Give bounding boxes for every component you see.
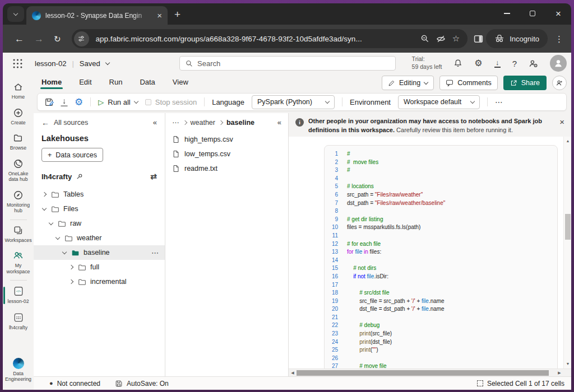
forward-button[interactable]: → — [34, 34, 44, 44]
code-text[interactable] — [347, 232, 349, 240]
code-text[interactable]: print(src_file) — [347, 330, 392, 338]
save-state-label[interactable]: Saved — [80, 59, 100, 68]
run-all-button[interactable]: ▷ Run all — [98, 98, 137, 106]
file-item-low-temps[interactable]: low_temps.csv — [165, 147, 288, 161]
tab-edit[interactable]: Edit — [78, 76, 92, 91]
rail-item-browse[interactable]: Browse — [3, 129, 34, 155]
global-search-input[interactable]: Search — [179, 56, 396, 71]
code-line[interactable]: 7dst_path = "Files/raw/weather/baseline" — [325, 199, 557, 208]
back-icon[interactable]: ← — [41, 119, 49, 127]
breadcrumb-ellipsis[interactable]: ⋯ — [172, 118, 179, 127]
code-text[interactable]: # src/dst file — [347, 289, 390, 297]
reload-button[interactable]: ↻ — [54, 35, 61, 43]
tab-close-icon[interactable]: × — [157, 11, 162, 20]
code-text[interactable]: # get dir listing — [347, 216, 383, 224]
tree-item-files[interactable]: Files — [34, 202, 165, 216]
code-line[interactable]: 22 # debug — [325, 321, 557, 330]
file-item-readme[interactable]: readme.txt — [165, 161, 288, 176]
code-line[interactable]: 8 — [325, 207, 557, 216]
code-line[interactable]: 15 # not dirs — [325, 264, 557, 273]
address-bar[interactable]: app.fabric.microsoft.com/groups/a668a328… — [72, 29, 468, 48]
code-line[interactable]: 20 dst_file = dst_path + '/' + file.name — [325, 305, 557, 314]
code-line[interactable]: 3# — [325, 166, 557, 175]
horizontal-scroll-thumb[interactable] — [297, 370, 549, 376]
chevron-down-icon[interactable] — [105, 60, 109, 64]
code-line[interactable]: 1# — [325, 150, 557, 158]
code-line[interactable]: 2# move files — [325, 158, 557, 167]
rail-item-home[interactable]: Home — [3, 78, 34, 104]
horizontal-scrollbar[interactable]: ◀ ▶ — [289, 368, 571, 376]
incognito-badge[interactable]: Incognito — [486, 29, 548, 48]
export-icon[interactable]: ↓ — [61, 97, 67, 107]
tree-item-full[interactable]: full — [34, 260, 165, 274]
code-line[interactable]: 5# locations — [325, 183, 557, 191]
zoom-button[interactable] — [420, 34, 429, 43]
account-avatar[interactable] — [550, 55, 567, 72]
code-text[interactable]: # locations — [347, 183, 374, 191]
document-title[interactable]: lesson-02 — [35, 59, 66, 68]
code-line[interactable]: 12# for each file — [325, 240, 557, 249]
code-text[interactable]: for file in files: — [347, 248, 381, 256]
breadcrumb-weather[interactable]: weather — [191, 119, 215, 127]
rail-item-create[interactable]: Create — [3, 104, 34, 130]
code-text[interactable]: # for each file — [347, 240, 381, 249]
browser-menu-button[interactable]: ⋮ — [555, 35, 563, 43]
code-line[interactable]: 6src_path = "Files/raw/weather" — [325, 191, 557, 199]
rail-item-data-engineering[interactable]: Data Engineering — [3, 354, 34, 386]
code-text[interactable]: # not dirs — [347, 264, 376, 273]
vertical-scroll-thumb[interactable] — [565, 214, 571, 240]
session-settings-icon[interactable]: ⚙ — [75, 97, 83, 107]
code-line[interactable]: 14 — [325, 256, 557, 265]
stop-session-button[interactable]: Stop session — [145, 98, 197, 106]
tab-search-button[interactable] — [7, 6, 24, 22]
code-line[interactable]: 27 # move file — [325, 362, 557, 368]
tab-home[interactable]: Home — [40, 76, 63, 91]
code-line[interactable]: 25 print("") — [325, 346, 557, 354]
back-button[interactable]: ← — [15, 34, 24, 44]
code-cell[interactable]: 1#2# move files3#4 5# locations6src_path… — [324, 145, 558, 368]
minimize-button[interactable] — [494, 3, 520, 24]
feedback-button[interactable] — [529, 59, 538, 68]
language-dropdown[interactable]: PySpark (Python) — [252, 95, 335, 109]
environment-dropdown[interactable]: Workspace default — [398, 95, 480, 109]
close-button[interactable]: × — [545, 3, 571, 24]
settings-button[interactable]: ⚙ — [474, 59, 482, 68]
code-line[interactable]: 17 — [325, 281, 557, 290]
trial-status[interactable]: Trial: 59 days left — [412, 55, 442, 71]
comments-button[interactable]: Comments — [439, 76, 497, 90]
all-sources-link[interactable]: All sources — [54, 119, 88, 127]
code-text[interactable]: # move file — [347, 362, 387, 368]
split-screen-button[interactable] — [473, 34, 484, 44]
rail-item-lh4crafty[interactable]: lh4crafty — [3, 309, 34, 335]
tree-item-weather[interactable]: weather — [34, 231, 165, 245]
code-text[interactable]: print("") — [347, 346, 378, 354]
save-icon[interactable] — [44, 97, 54, 107]
rail-item-workspaces[interactable]: Workspaces — [3, 222, 34, 248]
url-text[interactable]: app.fabric.microsoft.com/groups/a668a328… — [96, 35, 414, 43]
share-button[interactable]: Share — [503, 76, 547, 90]
code-text[interactable]: # move files — [347, 158, 378, 167]
pin-icon[interactable] — [76, 173, 83, 180]
code-line[interactable]: 11 — [325, 232, 557, 240]
code-text[interactable]: if not file.isDir: — [347, 273, 388, 281]
code-text[interactable] — [347, 256, 349, 265]
rail-item-onelake[interactable]: OneLake data hub — [3, 155, 34, 186]
scroll-left-icon[interactable]: ◀ — [289, 369, 297, 376]
code-text[interactable]: # — [347, 150, 350, 158]
code-line[interactable]: 26 — [325, 354, 557, 363]
switch-lakehouse-icon[interactable]: ⇄ — [150, 172, 157, 181]
collapse-files-icon[interactable]: « — [277, 118, 281, 127]
code-text[interactable]: print(dst_file) — [347, 338, 392, 347]
tree-item-more-icon[interactable]: ⋯ — [151, 249, 159, 257]
code-line[interactable]: 16 if not file.isDir: — [325, 273, 557, 281]
code-text[interactable] — [347, 207, 349, 216]
rail-item-monitoring[interactable]: Monitoring hub — [3, 186, 34, 218]
rail-item-lesson-02[interactable]: </> lesson-02 — [3, 282, 34, 309]
rail-item-my-workspace[interactable]: My workspace — [3, 247, 34, 278]
tab-run[interactable]: Run — [108, 76, 124, 91]
file-item-high-temps[interactable]: high_temps.csv — [165, 132, 288, 147]
code-line[interactable]: 24 print(dst_file) — [325, 338, 557, 347]
new-tab-button[interactable]: + — [174, 9, 180, 20]
code-text[interactable]: # debug — [347, 321, 379, 330]
notifications-button[interactable] — [453, 59, 462, 68]
